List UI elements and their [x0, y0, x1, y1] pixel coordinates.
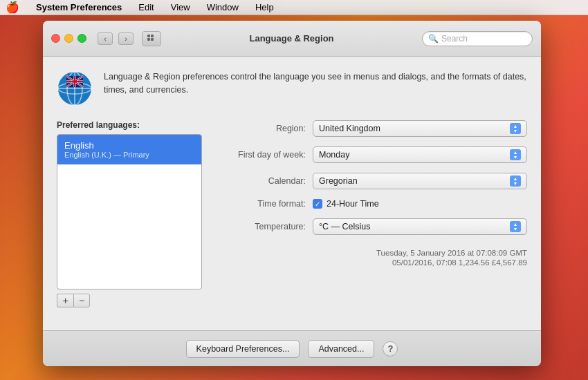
calendar-dropdown[interactable]: Gregorian ▲ ▼ [313, 173, 527, 189]
list-controls: + − [57, 294, 202, 307]
dropdown-arrow-icon: ▲ ▼ [510, 123, 521, 134]
calendar-row: Calendar: Gregorian ▲ ▼ [216, 173, 527, 189]
time-format-value: 24-Hour Time [327, 199, 379, 209]
help-button[interactable]: ? [383, 341, 398, 357]
first-day-row: First day of week: Monday ▲ ▼ [216, 146, 527, 163]
temperature-dropdown[interactable]: °C — Celsius ▲ ▼ [313, 218, 527, 235]
region-label: Region: [216, 124, 306, 133]
left-panel: Preferred languages: English English (U.… [57, 120, 202, 307]
search-box[interactable]: 🔍 [422, 31, 533, 46]
forward-button[interactable]: › [118, 32, 134, 45]
menubar-window[interactable]: Window [204, 2, 241, 12]
search-input[interactable] [441, 34, 526, 44]
first-day-dropdown[interactable]: Monday ▲ ▼ [313, 146, 527, 163]
panel-label: Preferred languages: [57, 120, 202, 130]
preview-date: Tuesday, 5 January 2016 at 07:08:09 GMT [216, 249, 527, 257]
main-window: ‹ › Language & Region 🔍 [43, 21, 541, 366]
close-button[interactable] [51, 34, 60, 43]
preview-section: Tuesday, 5 January 2016 at 07:08:09 GMT … [216, 249, 527, 267]
menubar-system-preferences[interactable]: System Preferences [33, 2, 125, 12]
region-row: Region: United Kingdom ▲ ▼ [216, 120, 527, 137]
svg-rect-1 [151, 35, 154, 37]
dropdown-arrow-icon: ▲ ▼ [510, 221, 521, 232]
back-button[interactable]: ‹ [98, 32, 113, 45]
minimize-button[interactable] [64, 34, 73, 43]
temperature-label: Temperature: [216, 222, 306, 231]
keyboard-preferences-button[interactable]: Keyboard Preferences... [186, 340, 300, 358]
time-format-control: ✓ 24-Hour Time [313, 199, 379, 209]
first-day-label: First day of week: [216, 150, 306, 160]
preview-short: 05/01/2016, 07:08 1,234.56 £4,567.89 [216, 258, 527, 267]
maximize-button[interactable] [77, 34, 86, 43]
window-title: Language & Region [167, 33, 416, 44]
main-panel: Preferred languages: English English (U.… [57, 120, 527, 307]
advanced-button[interactable]: Advanced... [308, 340, 374, 358]
traffic-lights [51, 34, 86, 43]
time-format-row: Time format: ✓ 24-Hour Time [216, 199, 527, 209]
time-format-checkbox[interactable]: ✓ [313, 199, 322, 209]
menubar: 🍎 System Preferences Edit View Window He… [0, 0, 588, 15]
remove-language-button[interactable]: − [73, 294, 90, 307]
dropdown-arrow-icon: ▲ ▼ [510, 149, 521, 160]
menubar-help[interactable]: Help [252, 2, 277, 12]
calendar-value: Gregorian [319, 176, 358, 186]
region-value: United Kingdom [319, 124, 380, 133]
dropdown-arrow-icon: ▲ ▼ [510, 175, 521, 187]
temperature-value: °C — Celsius [319, 222, 370, 231]
language-item-english[interactable]: English English (U.K.) — Primary [57, 135, 201, 164]
right-panel: Region: United Kingdom ▲ ▼ First day of … [216, 120, 527, 307]
header-section: Language & Region preferences control th… [57, 70, 527, 106]
bottom-bar: Keyboard Preferences... Advanced... ? [43, 330, 541, 366]
calendar-label: Calendar: [216, 176, 306, 186]
add-language-button[interactable]: + [57, 294, 73, 307]
search-icon: 🔍 [428, 34, 439, 44]
apple-menu-icon[interactable]: 🍎 [6, 1, 19, 14]
first-day-value: Monday [319, 150, 349, 160]
language-name: English [64, 140, 194, 151]
titlebar: ‹ › Language & Region 🔍 [43, 21, 541, 57]
time-format-label: Time format: [216, 199, 306, 209]
svg-rect-3 [151, 38, 154, 41]
grid-button[interactable] [142, 31, 161, 46]
svg-rect-2 [147, 38, 150, 41]
language-list[interactable]: English English (U.K.) — Primary [57, 134, 202, 289]
content-area: Language & Region preferences control th… [43, 57, 541, 330]
region-dropdown[interactable]: United Kingdom ▲ ▼ [313, 120, 527, 137]
menubar-view[interactable]: View [168, 2, 193, 12]
header-description: Language & Region preferences control th… [104, 70, 527, 97]
menubar-edit[interactable]: Edit [136, 2, 156, 12]
svg-rect-0 [147, 35, 150, 37]
globe-icon [57, 70, 93, 106]
language-sub: English (U.K.) — Primary [64, 151, 194, 159]
temperature-row: Temperature: °C — Celsius ▲ ▼ [216, 218, 527, 235]
